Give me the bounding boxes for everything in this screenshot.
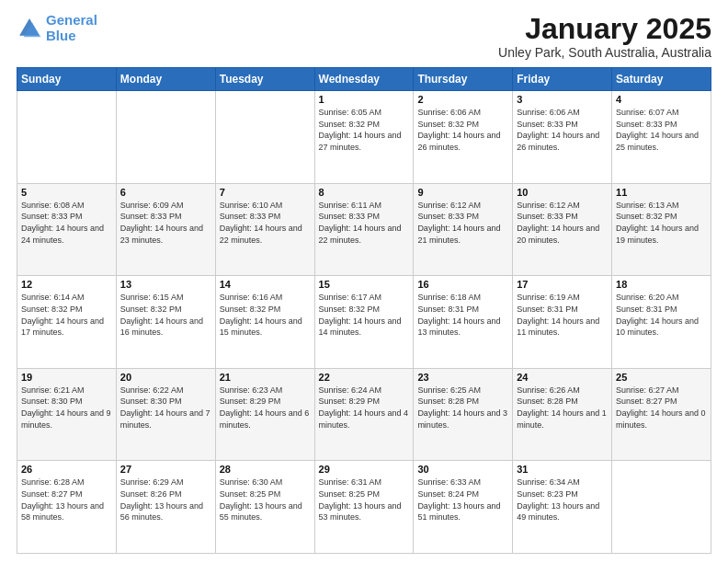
title-block: January 2025 Unley Park, South Australia… — [498, 13, 711, 60]
calendar-cell: 4Sunrise: 6:07 AM Sunset: 8:33 PM Daylig… — [612, 91, 711, 184]
calendar-header: Sunday Monday Tuesday Wednesday Thursday… — [17, 68, 711, 91]
calendar-cell: 5Sunrise: 6:08 AM Sunset: 8:33 PM Daylig… — [17, 183, 117, 276]
logo-text: General Blue — [46, 13, 97, 43]
calendar-cell — [612, 461, 711, 554]
day-number: 2 — [417, 94, 508, 105]
weekday-header-row: Sunday Monday Tuesday Wednesday Thursday… — [17, 68, 711, 91]
day-info: Sunrise: 6:06 AM Sunset: 8:33 PM Dayligh… — [517, 107, 608, 153]
day-number: 29 — [319, 464, 410, 475]
day-number: 25 — [616, 372, 707, 383]
calendar-cell: 6Sunrise: 6:09 AM Sunset: 8:33 PM Daylig… — [116, 183, 215, 276]
day-info: Sunrise: 6:24 AM Sunset: 8:29 PM Dayligh… — [319, 385, 410, 431]
calendar-cell: 2Sunrise: 6:06 AM Sunset: 8:32 PM Daylig… — [414, 91, 513, 184]
calendar-week-2: 5Sunrise: 6:08 AM Sunset: 8:33 PM Daylig… — [17, 183, 711, 276]
day-number: 13 — [120, 279, 211, 290]
calendar-cell — [17, 91, 117, 184]
day-number: 12 — [21, 279, 112, 290]
calendar-table: Sunday Monday Tuesday Wednesday Thursday… — [17, 67, 711, 554]
day-number: 31 — [517, 464, 608, 475]
day-info: Sunrise: 6:29 AM Sunset: 8:26 PM Dayligh… — [120, 477, 211, 523]
calendar-cell: 15Sunrise: 6:17 AM Sunset: 8:32 PM Dayli… — [314, 276, 414, 369]
day-number: 23 — [417, 372, 508, 383]
day-number: 4 — [616, 94, 707, 105]
day-number: 20 — [120, 372, 211, 383]
day-info: Sunrise: 6:06 AM Sunset: 8:32 PM Dayligh… — [417, 107, 508, 153]
calendar-cell: 24Sunrise: 6:26 AM Sunset: 8:28 PM Dayli… — [513, 368, 612, 461]
calendar-cell: 17Sunrise: 6:19 AM Sunset: 8:31 PM Dayli… — [513, 276, 612, 369]
day-info: Sunrise: 6:08 AM Sunset: 8:33 PM Dayligh… — [21, 200, 112, 246]
day-number: 6 — [120, 187, 211, 198]
logo: General Blue — [17, 13, 97, 43]
day-number: 7 — [220, 187, 311, 198]
calendar-cell: 9Sunrise: 6:12 AM Sunset: 8:33 PM Daylig… — [414, 183, 513, 276]
day-number: 8 — [319, 187, 410, 198]
month-title: January 2025 — [498, 13, 711, 45]
day-number: 21 — [220, 372, 311, 383]
calendar-cell: 3Sunrise: 6:06 AM Sunset: 8:33 PM Daylig… — [513, 91, 612, 184]
day-info: Sunrise: 6:09 AM Sunset: 8:33 PM Dayligh… — [120, 200, 211, 246]
day-info: Sunrise: 6:28 AM Sunset: 8:27 PM Dayligh… — [21, 477, 112, 523]
day-number: 22 — [319, 372, 410, 383]
day-info: Sunrise: 6:22 AM Sunset: 8:30 PM Dayligh… — [120, 385, 211, 431]
day-number: 30 — [417, 464, 508, 475]
calendar-cell: 23Sunrise: 6:25 AM Sunset: 8:28 PM Dayli… — [414, 368, 513, 461]
header-thursday: Thursday — [414, 68, 513, 91]
day-number: 19 — [21, 372, 112, 383]
header-saturday: Saturday — [612, 68, 711, 91]
calendar-cell: 14Sunrise: 6:16 AM Sunset: 8:32 PM Dayli… — [215, 276, 314, 369]
logo-icon — [17, 16, 42, 41]
calendar-cell: 26Sunrise: 6:28 AM Sunset: 8:27 PM Dayli… — [17, 461, 117, 554]
day-info: Sunrise: 6:17 AM Sunset: 8:32 PM Dayligh… — [319, 292, 410, 338]
day-info: Sunrise: 6:10 AM Sunset: 8:33 PM Dayligh… — [220, 200, 311, 246]
day-info: Sunrise: 6:12 AM Sunset: 8:33 PM Dayligh… — [417, 200, 508, 246]
calendar-body: 1Sunrise: 6:05 AM Sunset: 8:32 PM Daylig… — [17, 91, 711, 554]
day-number: 27 — [120, 464, 211, 475]
calendar-cell: 10Sunrise: 6:12 AM Sunset: 8:33 PM Dayli… — [513, 183, 612, 276]
day-number: 28 — [220, 464, 311, 475]
day-info: Sunrise: 6:33 AM Sunset: 8:24 PM Dayligh… — [417, 477, 508, 523]
day-number: 17 — [517, 279, 608, 290]
day-info: Sunrise: 6:34 AM Sunset: 8:23 PM Dayligh… — [517, 477, 608, 523]
day-number: 1 — [319, 94, 410, 105]
day-info: Sunrise: 6:23 AM Sunset: 8:29 PM Dayligh… — [220, 385, 311, 431]
location: Unley Park, South Australia, Australia — [498, 45, 711, 60]
calendar-cell: 29Sunrise: 6:31 AM Sunset: 8:25 PM Dayli… — [314, 461, 414, 554]
day-number: 24 — [517, 372, 608, 383]
day-number: 16 — [417, 279, 508, 290]
day-number: 3 — [517, 94, 608, 105]
calendar-cell: 16Sunrise: 6:18 AM Sunset: 8:31 PM Dayli… — [414, 276, 513, 369]
day-number: 5 — [21, 187, 112, 198]
header-wednesday: Wednesday — [314, 68, 414, 91]
header-tuesday: Tuesday — [215, 68, 314, 91]
day-number: 26 — [21, 464, 112, 475]
day-info: Sunrise: 6:14 AM Sunset: 8:32 PM Dayligh… — [21, 292, 112, 338]
calendar-cell: 30Sunrise: 6:33 AM Sunset: 8:24 PM Dayli… — [414, 461, 513, 554]
day-info: Sunrise: 6:31 AM Sunset: 8:25 PM Dayligh… — [319, 477, 410, 523]
day-info: Sunrise: 6:27 AM Sunset: 8:27 PM Dayligh… — [616, 385, 707, 431]
day-number: 18 — [616, 279, 707, 290]
day-info: Sunrise: 6:15 AM Sunset: 8:32 PM Dayligh… — [120, 292, 211, 338]
day-number: 9 — [417, 187, 508, 198]
calendar-cell: 8Sunrise: 6:11 AM Sunset: 8:33 PM Daylig… — [314, 183, 414, 276]
day-info: Sunrise: 6:18 AM Sunset: 8:31 PM Dayligh… — [417, 292, 508, 338]
day-info: Sunrise: 6:19 AM Sunset: 8:31 PM Dayligh… — [517, 292, 608, 338]
calendar-cell — [215, 91, 314, 184]
day-info: Sunrise: 6:21 AM Sunset: 8:30 PM Dayligh… — [21, 385, 112, 431]
day-number: 11 — [616, 187, 707, 198]
day-info: Sunrise: 6:26 AM Sunset: 8:28 PM Dayligh… — [517, 385, 608, 431]
header: General Blue January 2025 Unley Park, So… — [17, 13, 711, 60]
calendar-cell: 1Sunrise: 6:05 AM Sunset: 8:32 PM Daylig… — [314, 91, 414, 184]
day-info: Sunrise: 6:13 AM Sunset: 8:32 PM Dayligh… — [616, 200, 707, 246]
calendar-cell: 7Sunrise: 6:10 AM Sunset: 8:33 PM Daylig… — [215, 183, 314, 276]
calendar-cell — [116, 91, 215, 184]
calendar-cell: 31Sunrise: 6:34 AM Sunset: 8:23 PM Dayli… — [513, 461, 612, 554]
day-info: Sunrise: 6:11 AM Sunset: 8:33 PM Dayligh… — [319, 200, 410, 246]
day-number: 10 — [517, 187, 608, 198]
header-sunday: Sunday — [17, 68, 117, 91]
calendar-cell: 21Sunrise: 6:23 AM Sunset: 8:29 PM Dayli… — [215, 368, 314, 461]
page: General Blue January 2025 Unley Park, So… — [0, 0, 728, 563]
calendar-cell: 28Sunrise: 6:30 AM Sunset: 8:25 PM Dayli… — [215, 461, 314, 554]
calendar-cell: 18Sunrise: 6:20 AM Sunset: 8:31 PM Dayli… — [612, 276, 711, 369]
calendar-cell: 11Sunrise: 6:13 AM Sunset: 8:32 PM Dayli… — [612, 183, 711, 276]
day-info: Sunrise: 6:30 AM Sunset: 8:25 PM Dayligh… — [220, 477, 311, 523]
